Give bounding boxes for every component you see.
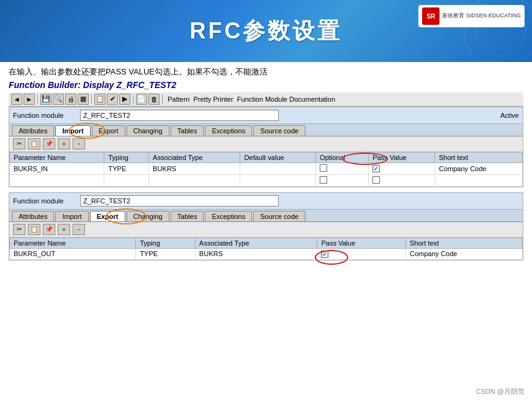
header-banner: RFC参数设置 SR 塞依教育 SIDSEN EDUCATING	[0, 0, 532, 62]
insert-icon[interactable]: ＋	[58, 138, 70, 149]
col-assoc-type-bottom: Associated Type	[195, 238, 317, 248]
tab-import-top[interactable]: Import	[55, 125, 90, 136]
toolbar-separator-3	[133, 94, 133, 104]
bottom-data-table: Parameter Name Typing Associated Type Pa…	[9, 238, 523, 260]
doc-link[interactable]: Function Module Documentation	[237, 96, 335, 103]
pretty-printer-link[interactable]: Pretty Printer	[193, 96, 233, 103]
top-tabs-row: Attributes Import Export Changing Tables…	[9, 124, 523, 136]
instruction-text: 在输入、输出参数处还要把PASS VALUE勾选上。如果不勾选，不能激活	[9, 66, 523, 79]
top-data-table: Parameter Name Typing Associated Type De…	[9, 152, 523, 187]
table-row: BUKRS_IN TYPE BUKRS Company Code	[10, 162, 523, 174]
passvalue-checkbox-1[interactable]	[372, 165, 380, 172]
col-passvalue-top: Pass Value	[369, 152, 435, 162]
tab-attributes-bottom[interactable]: Attributes	[12, 211, 54, 221]
cell-assoc-2	[149, 174, 240, 186]
tab-sourcecode-top[interactable]: Source code	[253, 125, 305, 136]
logo-box: SR 塞依教育 SIDSEN EDUCATING	[418, 5, 525, 27]
delete2-icon[interactable]: －	[73, 138, 85, 149]
cell-default-2	[240, 174, 316, 186]
bottom-fm-row: Function module	[9, 193, 523, 210]
pattern-link[interactable]: Pattern	[168, 96, 189, 103]
tab-exceptions-bottom[interactable]: Exceptions	[205, 211, 252, 221]
delete-icon[interactable]: 🗑	[148, 94, 160, 105]
tab-tables-top[interactable]: Tables	[171, 125, 204, 136]
passvalue-checkbox-bottom-1[interactable]	[321, 251, 328, 258]
copy2-icon[interactable]: 📋	[28, 138, 40, 149]
bottom-tabs-wrapper: Attributes Import Export Changing Tables…	[9, 210, 523, 221]
bottom-table-area: ✂ 📋 📌 ＋ － Parameter Name Typing Associat…	[9, 221, 523, 260]
bottom-fm-label: Function module	[13, 197, 75, 205]
tab-attributes-top[interactable]: Attributes	[12, 125, 54, 136]
col-optional-top: Optional	[316, 152, 369, 162]
cell-typing-2	[104, 174, 149, 186]
top-fm-status: Active	[500, 112, 519, 119]
col-shorttext-bottom: Short text	[405, 238, 522, 248]
col-param-name-bottom: Parameter Name	[10, 238, 136, 248]
tab-changing-bottom[interactable]: Changing	[127, 211, 169, 221]
bottom-panel: Function module Attributes Import Export…	[9, 192, 523, 260]
passvalue-checkbox-2[interactable]	[372, 176, 380, 184]
copy3-icon[interactable]: 📋	[28, 224, 40, 235]
col-passvalue-bottom: Pass Value	[317, 238, 406, 248]
col-typing-bottom: Typing	[136, 238, 195, 248]
tab-sourcecode-bottom[interactable]: Source code	[253, 211, 305, 221]
scissors2-icon[interactable]: ✂	[13, 224, 25, 235]
back-icon[interactable]: ◄	[11, 94, 22, 105]
cell-param-name-2	[10, 174, 104, 186]
toolbar-separator-2	[91, 94, 92, 104]
table-row	[10, 174, 523, 186]
top-fm-input[interactable]	[80, 110, 279, 121]
bottom-fm-input[interactable]	[80, 195, 279, 207]
bottom-table-wrapper: Parameter Name Typing Associated Type Pa…	[9, 238, 523, 260]
delete3-icon[interactable]: －	[73, 224, 85, 235]
tab-changing-top[interactable]: Changing	[127, 125, 169, 136]
optional-checkbox-1[interactable]	[320, 164, 327, 172]
col-default-top: Default value	[240, 152, 316, 162]
tab-export-top[interactable]: Export	[92, 125, 125, 136]
paste2-icon[interactable]: 📌	[43, 224, 55, 235]
cell-param-name-1: BUKRS_IN	[10, 162, 104, 174]
check-icon[interactable]: ✔	[107, 94, 118, 105]
tab-tables-bottom[interactable]: Tables	[171, 211, 204, 221]
create-icon[interactable]: 📄	[136, 94, 147, 105]
toolbar-separator-1	[37, 94, 38, 104]
cell-optional-1	[316, 162, 369, 174]
exec-icon[interactable]: ▶	[119, 94, 130, 105]
forward-icon[interactable]: ►	[24, 94, 35, 105]
col-shorttext-top: Short text	[435, 152, 523, 162]
subtitle: Function Builder: Display Z_RFC_TEST2	[9, 80, 523, 90]
find-icon[interactable]: 🔍	[53, 94, 64, 105]
paste-icon[interactable]: 📌	[43, 138, 55, 149]
bottom-icon-bar: ✂ 📋 📌 ＋ －	[9, 222, 523, 238]
cell-default-1	[240, 162, 316, 174]
tab-import-bottom[interactable]: Import	[55, 211, 88, 221]
tab-export-bottom[interactable]: Export	[90, 211, 125, 221]
optional-checkbox-2[interactable]	[320, 176, 327, 184]
cell-optional-2	[316, 174, 369, 186]
print-icon[interactable]: 🖨	[65, 94, 76, 105]
top-table-wrapper: Parameter Name Typing Associated Type De…	[9, 152, 523, 187]
top-tabs-wrapper: Attributes Import Export Changing Tables…	[9, 124, 523, 136]
grid-icon[interactable]: ▦	[78, 94, 89, 105]
top-icon-bar: ✂ 📋 📌 ＋ －	[9, 136, 523, 152]
top-fm-label: Function module	[13, 112, 75, 119]
cell-typing-1: TYPE	[104, 162, 149, 174]
scissors-icon[interactable]: ✂	[13, 138, 25, 149]
tab-exceptions-top[interactable]: Exceptions	[205, 125, 252, 136]
top-fm-row: Function module Active	[9, 107, 523, 124]
sap-toolbar: ◄ ► 💾 🔍 🖨 ▦ 📋 ✔ ▶ 📄 🗑 Pattern Pretty Pri…	[9, 92, 523, 107]
cell-typing-bottom-1: TYPE	[136, 248, 195, 259]
logo-icon: SR	[422, 7, 440, 25]
cell-param-bottom-1: BUKRS_OUT	[10, 248, 136, 259]
cell-assoc-1: BUKRS	[149, 162, 240, 174]
bottom-tabs-row: Attributes Import Export Changing Tables…	[9, 210, 523, 221]
save-icon[interactable]: 💾	[40, 94, 52, 105]
toolbar-separator-4	[162, 94, 163, 104]
insert2-icon[interactable]: ＋	[58, 224, 70, 235]
logo-text: 塞依教育 SIDSEN EDUCATING	[442, 12, 521, 20]
table-row: BUKRS_OUT TYPE BUKRS Company Code	[10, 248, 523, 259]
watermark: CSDN @月阴荒	[476, 387, 525, 396]
copy-icon[interactable]: 📋	[94, 94, 106, 105]
cell-passvalue-bottom-1	[317, 248, 406, 259]
top-table-area: ✂ 📋 📌 ＋ － Parameter Name Typing Associat…	[9, 136, 523, 187]
